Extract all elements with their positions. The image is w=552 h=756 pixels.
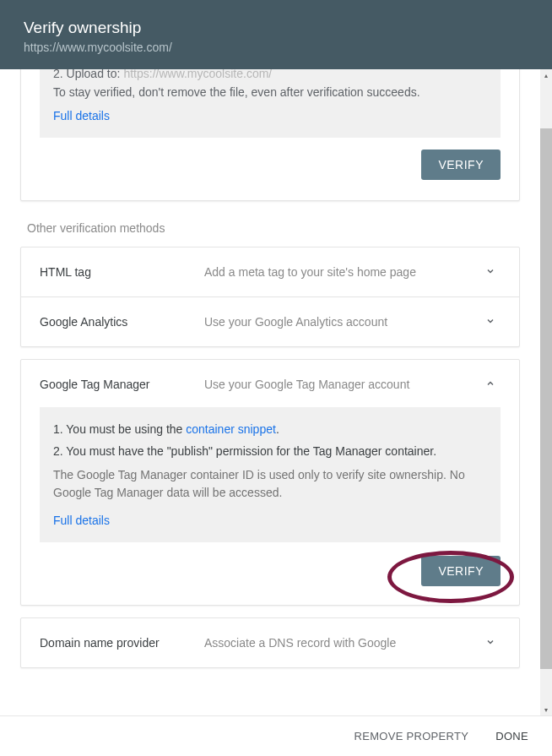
method-desc: Associate a DNS record with Google [204, 636, 480, 650]
method-title: HTML tag [40, 265, 204, 279]
done-button[interactable]: DONE [495, 730, 528, 742]
chevron-down-icon [480, 314, 501, 329]
chevron-down-icon [480, 635, 501, 650]
other-methods-label: Other verification methods [20, 221, 520, 235]
gtm-note: The Google Tag Manager container ID is u… [53, 466, 487, 502]
remove-property-button[interactable]: REMOVE PROPERTY [354, 730, 469, 742]
stay-verified-note: To stay verified, don't remove the file,… [53, 85, 487, 99]
scroll-up-arrow[interactable]: ▴ [540, 69, 552, 81]
gtm-content: 1. You must be using the container snipp… [21, 407, 519, 605]
file-verify-button[interactable]: VERIFY [421, 150, 501, 180]
dialog-title: Verify ownership [24, 19, 528, 37]
scrollbar-thumb[interactable] [540, 128, 552, 669]
dialog-footer: REMOVE PROPERTY DONE [0, 715, 552, 756]
file-upload-card: 2. Upload to: https://www.mycoolsite.com… [20, 69, 520, 201]
gtm-panel: 1. You must be using the container snipp… [40, 407, 501, 542]
verify-ownership-dialog: Verify ownership https://www.mycoolsite.… [0, 0, 552, 756]
method-title: Domain name provider [40, 636, 204, 650]
upload-step-2: 2. Upload to: https://www.mycoolsite.com… [53, 69, 487, 80]
scroll-content[interactable]: 2. Upload to: https://www.mycoolsite.com… [0, 69, 540, 715]
dialog-body: 2. Upload to: https://www.mycoolsite.com… [0, 69, 552, 715]
method-google-analytics[interactable]: Google Analytics Use your Google Analyti… [21, 297, 519, 346]
gtm-header-row[interactable]: Google Tag Manager Use your Google Tag M… [21, 360, 519, 404]
method-domain-name-provider-group: Domain name provider Associate a DNS rec… [20, 617, 520, 668]
method-domain-name-provider[interactable]: Domain name provider Associate a DNS rec… [21, 618, 519, 667]
gtm-step-1: 1. You must be using the container snipp… [53, 422, 487, 436]
gtm-full-details-link[interactable]: Full details [53, 514, 110, 527]
method-google-tag-manager: Google Tag Manager Use your Google Tag M… [20, 359, 520, 606]
chevron-down-icon [480, 264, 501, 280]
scrollbar[interactable]: ▴ ▾ [540, 69, 552, 715]
method-desc: Use your Google Analytics account [204, 315, 480, 329]
file-upload-panel: 2. Upload to: https://www.mycoolsite.com… [40, 69, 501, 138]
method-desc: Add a meta tag to your site's home page [204, 265, 480, 279]
method-title: Google Tag Manager [40, 378, 204, 391]
upload-url: https://www.mycoolsite.com/ [123, 69, 272, 80]
container-snippet-link[interactable]: container snippet [186, 422, 276, 436]
chevron-up-icon [480, 377, 501, 392]
method-title: Google Analytics [40, 315, 204, 329]
dialog-url: https://www.mycoolsite.com/ [24, 41, 528, 54]
dialog-header: Verify ownership https://www.mycoolsite.… [0, 0, 552, 69]
file-full-details-link[interactable]: Full details [53, 109, 110, 122]
method-html-tag[interactable]: HTML tag Add a meta tag to your site's h… [21, 247, 519, 297]
scroll-down-arrow[interactable]: ▾ [540, 704, 552, 715]
gtm-verify-button[interactable]: VERIFY [421, 556, 501, 586]
methods-collapsed-group: HTML tag Add a meta tag to your site's h… [20, 247, 520, 347]
gtm-step-2: 2. You must have the "publish" permissio… [53, 444, 487, 458]
method-desc: Use your Google Tag Manager account [204, 378, 480, 391]
